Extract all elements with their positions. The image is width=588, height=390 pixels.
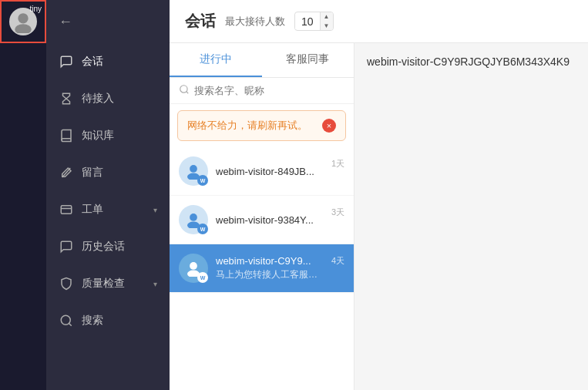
tab-ongoing[interactable]: 进行中 [170,43,262,77]
list-item[interactable]: W webim-visitor-849JB... 1天 [170,147,354,196]
svg-point-9 [190,165,197,173]
sidebar-item-label: 留言 [82,166,103,180]
visitor-id: webim-visitor-C9Y9RJGQJYB6M343X4K9 [367,55,576,68]
page-title: 会话 [185,11,216,32]
conv-name: webim-visitor-9384Y... [216,214,324,226]
sidebar-item-knowledge[interactable]: 知识库 [46,117,170,154]
history-chat-icon [59,239,74,254]
search-icon [59,313,74,328]
svg-point-11 [190,213,197,221]
stepper-down-arrow[interactable]: ▼ [321,22,333,31]
sidebar-item-conversation[interactable]: 会话 [46,43,170,80]
conv-time: 4天 [331,255,344,267]
conv-name: webim-visitor-849JB... [216,166,324,177]
search-input[interactable] [194,85,344,96]
content-header: 会话 最大接待人数 10 ▲ ▼ [170,0,588,43]
avatar-badge: W [197,224,208,234]
sidebar-narrow: tiny [0,0,46,390]
list-item[interactable]: W webim-visitor-C9Y9... 马上为您转接人工客服，请稍 4天 [170,244,354,293]
conv-time: 3天 [331,207,344,218]
svg-point-1 [15,24,32,33]
search-icon [179,84,190,97]
avatar: W [179,156,208,186]
sidebar-wide: ← 会话 待接入 [46,0,170,390]
avatar-badge: W [197,272,208,283]
chevron-down-icon: ▾ [153,206,157,214]
error-banner: 网络不给力，请刷新再试。 × [177,110,346,141]
sidebar-item-label: 质量检查 [82,277,125,291]
sidebar-item-label: 会话 [82,55,103,69]
sidebar-top: ← [46,0,170,43]
sidebar-item-search[interactable]: 搜索 [46,302,170,339]
list-item[interactable]: W webim-visitor-9384Y... 3天 [170,196,354,244]
conv-info: webim-visitor-9384Y... [216,214,324,226]
sidebar-item-message[interactable]: 留言 [46,154,170,191]
sidebar-item-ticket[interactable]: 工单 ▾ [46,191,170,228]
ticket-icon [59,202,74,217]
svg-point-7 [180,86,187,92]
svg-point-13 [190,262,197,270]
avatar-badge: W [197,175,208,186]
number-stepper[interactable]: 10 ▲ ▼ [294,12,334,31]
chevron-down-icon: ▾ [153,280,157,288]
error-close-button[interactable]: × [322,119,336,133]
stepper-value: 10 [295,14,320,29]
main-content: 会话 最大接待人数 10 ▲ ▼ 进行中 客服同事 [170,0,588,390]
conv-name: webim-visitor-C9Y9... [216,255,324,267]
svg-line-8 [186,92,189,94]
conversation-list: W webim-visitor-849JB... 1天 W [170,147,354,390]
right-panel: webim-visitor-C9Y9RJGQJYB6M343X4K9 [354,43,588,390]
svg-point-5 [61,315,70,324]
search-box[interactable] [170,78,354,104]
sidebar-menu: 会话 待接入 知识库 [46,43,170,390]
conv-info: webim-visitor-849JB... [216,166,324,177]
back-icon[interactable]: ← [59,14,72,30]
svg-rect-3 [61,206,72,214]
sidebar-item-quality[interactable]: 质量检查 ▾ [46,265,170,302]
content-body: 进行中 客服同事 网络不给力，请刷新再试。 [170,43,588,390]
conversation-panel: 进行中 客服同事 网络不给力，请刷新再试。 [170,43,354,390]
stepper-arrows[interactable]: ▲ ▼ [320,12,333,30]
max-label: 最大接待人数 [225,15,285,29]
user-avatar-area[interactable]: tiny [0,0,46,43]
sidebar-item-label: 知识库 [82,129,114,143]
avatar: W [179,254,208,283]
conv-info: webim-visitor-C9Y9... 马上为您转接人工客服，请稍 [216,255,324,281]
sidebar-item-label: 工单 [82,203,103,217]
svg-point-0 [18,13,28,23]
sidebar-item-history[interactable]: 历史会话 [46,228,170,265]
svg-line-6 [69,323,71,325]
chat-icon [59,54,74,69]
sidebar-item-pending[interactable]: 待接入 [46,80,170,117]
stepper-up-arrow[interactable]: ▲ [321,12,333,22]
error-message: 网络不给力，请刷新再试。 [187,119,307,133]
sidebar-item-label: 待接入 [82,92,114,106]
tabs: 进行中 客服同事 [170,43,354,78]
hourglass-icon [59,91,74,106]
avatar: W [179,205,208,234]
book-icon [59,128,74,143]
shield-icon [59,276,74,291]
user-name-label: tiny [29,5,42,13]
pencil-icon [59,165,74,180]
sidebar-item-label: 搜索 [82,314,103,328]
tab-agents[interactable]: 客服同事 [262,43,354,77]
sidebar-item-label: 历史会话 [82,240,125,254]
conv-preview: 马上为您转接人工客服，请稍 [216,268,324,281]
conv-time: 1天 [331,158,344,170]
